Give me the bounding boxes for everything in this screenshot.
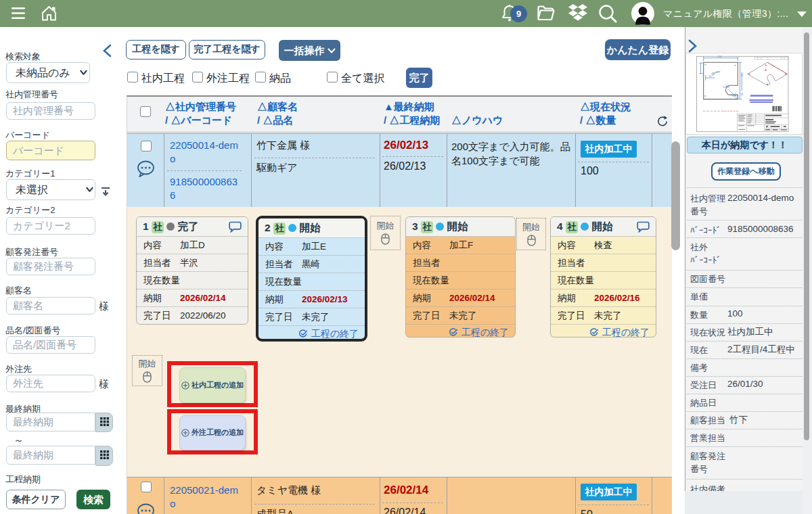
svg-text:200: 200 [717, 55, 721, 58]
svg-text:30: 30 [740, 93, 743, 95]
svg-text:50: 50 [709, 75, 712, 78]
svg-text:100: 100 [740, 72, 743, 76]
svg-text:⌀20: ⌀20 [715, 71, 719, 74]
svg-text:15: 15 [735, 97, 738, 99]
svg-text:50: 50 [725, 85, 728, 87]
